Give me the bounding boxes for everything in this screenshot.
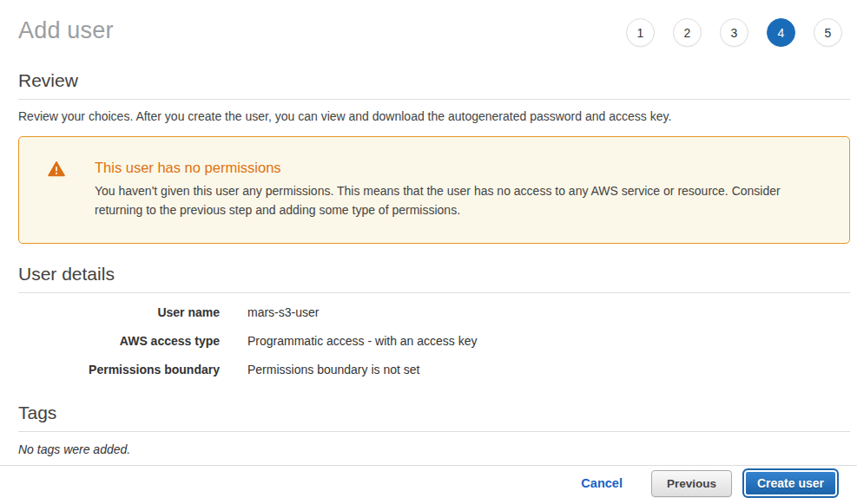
step-3[interactable]: 3	[720, 18, 748, 47]
add-user-wizard-page: Add user 1 2 3 4 5 Review Review your ch…	[0, 0, 857, 504]
step-4-active[interactable]: 4	[767, 18, 795, 47]
tags-heading: Tags	[18, 403, 850, 432]
permissions-boundary-value: Permissions boundary is not set	[247, 363, 850, 376]
create-user-button[interactable]: Create user	[742, 468, 839, 498]
step-indicator: 1 2 3 4 5	[626, 14, 842, 47]
page-title: Add user	[18, 14, 114, 44]
wizard-header: Add user 1 2 3 4 5	[0, 0, 857, 47]
warning-title: This user has no permissions	[95, 160, 818, 176]
previous-button[interactable]: Previous	[651, 470, 732, 497]
user-name-label: User name	[18, 305, 220, 319]
review-heading: Review	[18, 70, 850, 100]
warning-text: This user has no permissions You haven't…	[95, 160, 818, 219]
warning-body: You haven't given this user any permissi…	[95, 181, 818, 219]
review-description: Review your choices. After you create th…	[18, 109, 850, 123]
cancel-button[interactable]: Cancel	[581, 476, 623, 490]
step-1[interactable]: 1	[626, 18, 655, 47]
no-permissions-warning: This user has no permissions You haven't…	[18, 136, 850, 244]
user-details-list: User name mars-s3-user AWS access type P…	[18, 305, 850, 376]
step-2[interactable]: 2	[673, 18, 702, 47]
access-type-label: AWS access type	[18, 334, 220, 348]
wizard-footer: Cancel Previous Create user	[0, 465, 857, 504]
access-type-value: Programmatic access - with an access key	[247, 334, 850, 348]
warning-triangle-icon	[48, 161, 65, 177]
permissions-boundary-label: Permissions boundary	[18, 363, 220, 376]
tags-empty-message: No tags were added.	[18, 442, 850, 456]
wizard-content: Review Review your choices. After you cr…	[0, 70, 857, 456]
step-5[interactable]: 5	[814, 18, 842, 47]
user-details-heading: User details	[18, 264, 850, 293]
user-name-value: mars-s3-user	[247, 305, 850, 319]
